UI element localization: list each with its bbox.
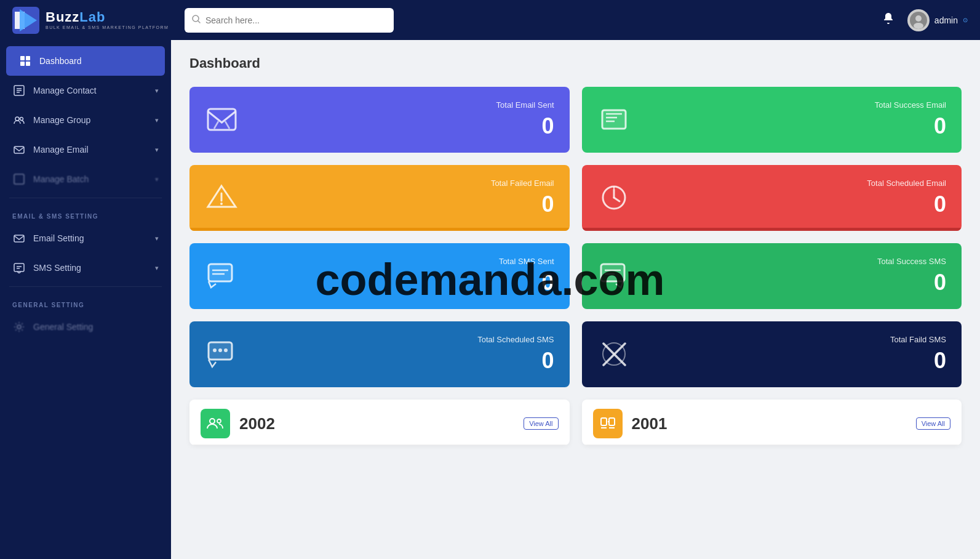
svg-line-4 bbox=[198, 21, 200, 23]
svg-point-24 bbox=[17, 325, 21, 329]
svg-point-6 bbox=[915, 15, 922, 22]
svg-point-41 bbox=[218, 348, 222, 352]
stat-card-total-email-sent: Total Email Sent 0 bbox=[189, 87, 570, 153]
groups-number: 2001 bbox=[632, 414, 667, 433]
logo-text: BuzzLab BULK EMAIL & SMS MARKETING PLATF… bbox=[46, 10, 169, 30]
svg-rect-21 bbox=[14, 263, 24, 271]
bottom-cards: 2002 View All bbox=[189, 400, 962, 445]
svg-rect-49 bbox=[609, 418, 615, 425]
svg-rect-48 bbox=[601, 418, 607, 425]
success-email-icon bbox=[597, 103, 631, 137]
layout: Dashboard Manage Contact ▾ Manage Group … bbox=[0, 40, 980, 559]
svg-rect-11 bbox=[26, 62, 30, 66]
notification-bell-button[interactable] bbox=[882, 12, 895, 28]
stats-row-4: Total Scheduled SMS 0 Total Faild SMS 0 bbox=[189, 321, 962, 387]
failed-sms-value: 0 bbox=[890, 348, 946, 374]
sidebar-item-sms-setting[interactable]: SMS Setting ▾ bbox=[0, 253, 171, 283]
groups-content: 2001 bbox=[593, 409, 667, 438]
email-sent-value: 0 bbox=[496, 113, 554, 139]
sidebar-label-email-setting: Email Setting bbox=[33, 233, 155, 243]
sms-setting-icon bbox=[12, 261, 26, 275]
chevron-down-icon: ▾ bbox=[155, 87, 159, 95]
logo-area: BuzzLab BULK EMAIL & SMS MARKETING PLATF… bbox=[12, 7, 172, 34]
bottom-card-groups-header: 2001 View All bbox=[582, 400, 962, 445]
general-setting-icon bbox=[12, 320, 26, 334]
stat-card-total-success-email: Total Success Email 0 bbox=[582, 87, 962, 153]
svg-rect-33 bbox=[209, 264, 232, 281]
sidebar-divider-1 bbox=[9, 198, 162, 198]
search-area bbox=[185, 8, 394, 33]
groups-view-all-button[interactable]: View All bbox=[916, 417, 950, 430]
manage-contact-icon bbox=[12, 84, 26, 97]
contacts-number: 2002 bbox=[239, 414, 275, 433]
search-input-wrap[interactable] bbox=[185, 8, 394, 33]
stats-row-1: Total Email Sent 0 Total Success Email 0 bbox=[189, 87, 962, 153]
main-content: Dashboard Total Email Sent 0 bbox=[171, 40, 980, 559]
scheduled-email-value: 0 bbox=[867, 191, 946, 217]
topnav-right: admin ⊙ bbox=[882, 9, 968, 31]
stat-card-scheduled-email: Total Scheduled Email 0 bbox=[582, 165, 962, 231]
chevron-down-icon-4: ▾ bbox=[155, 175, 159, 183]
failed-email-value: 0 bbox=[491, 191, 554, 217]
failed-email-info: Total Failed Email 0 bbox=[491, 179, 554, 217]
scheduled-sms-info: Total Scheduled SMS 0 bbox=[477, 335, 554, 374]
failed-sms-info: Total Faild SMS 0 bbox=[890, 335, 946, 374]
scheduled-sms-value: 0 bbox=[477, 348, 554, 374]
contacts-icon bbox=[201, 409, 230, 438]
svg-rect-8 bbox=[20, 56, 25, 60]
success-email-value: 0 bbox=[875, 113, 946, 139]
sidebar-label-manage-contact: Manage Contact bbox=[33, 86, 155, 95]
sidebar-label-manage-email: Manage Email bbox=[33, 145, 155, 155]
manage-email-icon bbox=[12, 143, 26, 156]
svg-point-47 bbox=[217, 419, 221, 423]
sms-sent-label: Total SMS Sent bbox=[499, 257, 554, 266]
svg-rect-18 bbox=[14, 147, 24, 153]
admin-name: admin bbox=[934, 15, 958, 25]
groups-icon bbox=[593, 409, 623, 438]
sms-sent-icon bbox=[205, 259, 239, 293]
email-sent-icon bbox=[205, 103, 239, 137]
svg-point-40 bbox=[213, 348, 217, 352]
search-icon bbox=[192, 15, 201, 26]
card-bar-orange bbox=[189, 228, 570, 231]
svg-rect-10 bbox=[20, 62, 25, 66]
page-title: Dashboard bbox=[189, 55, 962, 71]
sidebar-item-manage-batch[interactable]: Manage Batch ▾ bbox=[0, 164, 171, 194]
contacts-content: 2002 bbox=[201, 409, 275, 438]
contacts-view-all-button[interactable]: View All bbox=[524, 417, 558, 430]
bottom-card-contacts: 2002 View All bbox=[189, 400, 570, 445]
stats-row-3: Total SMS Sent 0 Total Success SMS 0 bbox=[189, 243, 962, 309]
failed-email-label: Total Failed Email bbox=[491, 179, 554, 188]
section-label-general: GENERAL SETTING bbox=[0, 291, 171, 312]
user-area[interactable]: admin ⊙ bbox=[907, 9, 968, 31]
sidebar-item-manage-email[interactable]: Manage Email ▾ bbox=[0, 135, 171, 164]
search-input[interactable] bbox=[205, 15, 386, 25]
manage-batch-icon bbox=[12, 172, 26, 186]
sidebar: Dashboard Manage Contact ▾ Manage Group … bbox=[0, 40, 171, 559]
success-sms-info: Total Success SMS 0 bbox=[877, 257, 946, 296]
stat-card-scheduled-sms: Total Scheduled SMS 0 bbox=[189, 321, 570, 387]
stat-card-success-sms: Total Success SMS 0 bbox=[582, 243, 962, 309]
svg-rect-20 bbox=[14, 235, 24, 242]
svg-point-16 bbox=[15, 117, 19, 121]
sms-sent-info: Total SMS Sent 0 bbox=[499, 257, 554, 296]
bottom-card-groups: 2001 View All bbox=[582, 400, 962, 445]
sidebar-divider-2 bbox=[9, 286, 162, 287]
sidebar-label-manage-group: Manage Group bbox=[33, 115, 155, 125]
sidebar-label-dashboard: Dashboard bbox=[39, 56, 153, 66]
svg-rect-36 bbox=[601, 264, 624, 281]
sidebar-item-dashboard[interactable]: Dashboard bbox=[6, 46, 165, 76]
email-sent-info: Total Email Sent 0 bbox=[496, 100, 554, 139]
section-label-email-sms: EMAIL & SMS SETTING bbox=[0, 202, 171, 223]
scheduled-sms-icon bbox=[205, 337, 239, 371]
failed-email-icon bbox=[205, 181, 239, 215]
logo-brand: BuzzLab bbox=[46, 10, 169, 24]
sidebar-item-general-setting[interactable]: General Setting bbox=[0, 312, 171, 342]
sms-sent-value: 0 bbox=[499, 270, 554, 296]
chevron-down-icon-6: ▾ bbox=[155, 264, 159, 272]
sidebar-item-manage-contact[interactable]: Manage Contact ▾ bbox=[0, 76, 171, 105]
chevron-down-icon-3: ▾ bbox=[155, 146, 159, 154]
sidebar-item-manage-group[interactable]: Manage Group ▾ bbox=[0, 105, 171, 135]
sidebar-item-email-setting[interactable]: Email Setting ▾ bbox=[0, 223, 171, 253]
scheduled-email-label: Total Scheduled Email bbox=[867, 179, 946, 188]
